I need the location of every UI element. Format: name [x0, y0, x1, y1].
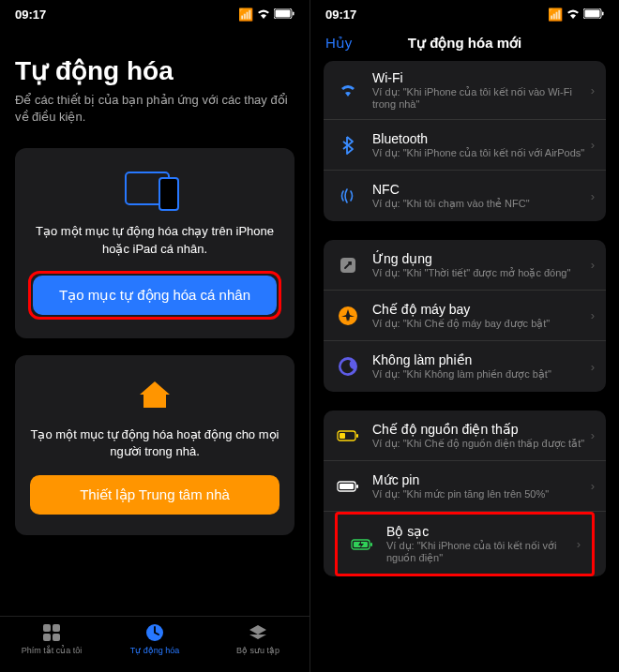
home-automation-card: Tạo một mục tự động hóa hoạt động cho mọ…	[15, 355, 294, 535]
home-icon	[136, 376, 174, 413]
svg-rect-5	[43, 624, 51, 632]
svg-rect-4	[159, 178, 178, 210]
chevron-right-icon: ›	[591, 360, 595, 374]
row-text: Wi-Fi Ví dụ: "Khi iPhone của tôi kết nối…	[372, 70, 585, 110]
row-subtitle: Ví dụ: "Khi Chế độ nguồn điện thấp được …	[372, 438, 585, 450]
status-indicators: 📶	[238, 7, 294, 22]
chevron-right-icon: ›	[577, 537, 581, 551]
chevron-right-icon: ›	[591, 138, 595, 152]
clock-icon	[144, 622, 165, 643]
tab-label: Bộ sưu tập	[236, 646, 279, 655]
nav-bar: Hủy Tự động hóa mới	[310, 25, 619, 61]
settings-section: Ứng dụng Ví dụ: "Khi "Thời tiết" được mở…	[324, 240, 606, 392]
app-icon	[335, 252, 361, 278]
svg-rect-1	[276, 10, 291, 18]
setup-home-hub-button[interactable]: Thiết lập Trung tâm nhà	[30, 475, 279, 515]
nfc-icon	[335, 183, 361, 209]
trigger-row-dnd[interactable]: Không làm phiền Ví dụ: "Khi Không làm ph…	[324, 341, 606, 392]
row-title: Không làm phiền	[372, 352, 585, 367]
svg-rect-20	[340, 484, 354, 489]
trigger-row-lowpower[interactable]: Chế độ nguồn điện thấp Ví dụ: "Khi Chế đ…	[324, 411, 606, 461]
row-text: Bluetooth Ví dụ: "Khi iPhone của tôi kết…	[372, 131, 585, 159]
highlight-box: Tạo mục tự động hóa cá nhân	[28, 271, 281, 320]
row-title: NFC	[372, 182, 585, 197]
charger-icon	[349, 531, 375, 558]
card1-desc: Tạo một mục tự động hóa chạy trên iPhone…	[30, 223, 279, 257]
row-text: Chế độ máy bay Ví dụ: "Khi Chế độ máy ba…	[372, 302, 585, 330]
right-content: Hủy Tự động hóa mới Wi-Fi Ví dụ: "Khi iP…	[310, 25, 619, 669]
trigger-row-battery[interactable]: Mức pin Ví dụ: "Khi mức pin tăng lên trê…	[324, 461, 606, 512]
chevron-right-icon: ›	[591, 189, 595, 203]
create-personal-automation-button[interactable]: Tạo mục tự động hóa cá nhân	[33, 276, 277, 315]
svg-rect-17	[340, 433, 345, 439]
devices-icon	[30, 169, 279, 212]
tab-label: Phím tắt của tôi	[22, 646, 83, 655]
lowpower-icon	[335, 423, 361, 449]
svg-rect-21	[356, 485, 358, 488]
trigger-row-wifi[interactable]: Wi-Fi Ví dụ: "Khi iPhone của tôi kết nối…	[324, 61, 606, 120]
row-title: Wi-Fi	[372, 70, 585, 85]
chevron-right-icon: ›	[591, 428, 595, 442]
row-text: Mức pin Ví dụ: "Khi mức pin tăng lên trê…	[372, 472, 585, 500]
row-text: Chế độ nguồn điện thấp Ví dụ: "Khi Chế đ…	[372, 422, 585, 450]
row-subtitle: Ví dụ: "Khi iPhone của tôi kết nối với n…	[386, 540, 571, 564]
row-text: Bộ sạc Ví dụ: "Khi iPhone của tôi kết nố…	[386, 524, 571, 564]
row-subtitle: Ví dụ: "Khi iPhone của tôi kết nối vào W…	[372, 86, 585, 110]
row-title: Chế độ nguồn điện thấp	[372, 422, 585, 437]
personal-automation-card: Tạo một mục tự động hóa chạy trên iPhone…	[15, 148, 294, 337]
left-screen: 09:17 📶 Tự động hóa Để các thiết bị của …	[0, 0, 310, 672]
page-subtitle: Để các thiết bị của bạn phản ứng với các…	[15, 92, 294, 126]
tab-shortcuts[interactable]: Phím tắt của tôi	[0, 622, 103, 655]
svg-rect-24	[370, 543, 372, 546]
row-text: NFC Ví dụ: "Khi tôi chạm vào thẻ NFC"	[372, 182, 585, 210]
signal-icon: 📶	[548, 7, 563, 22]
row-subtitle: Ví dụ: "Khi Không làm phiền được bật"	[372, 368, 585, 381]
trigger-row-app[interactable]: Ứng dụng Ví dụ: "Khi "Thời tiết" được mở…	[324, 240, 606, 291]
row-subtitle: Ví dụ: "Khi "Thời tiết" được mở hoặc đón…	[372, 267, 585, 279]
wifi-icon	[566, 7, 580, 22]
tab-label: Tự động hóa	[130, 646, 180, 655]
trigger-row-airplane[interactable]: Chế độ máy bay Ví dụ: "Khi Chế độ máy ba…	[324, 291, 606, 341]
chevron-right-icon: ›	[591, 258, 595, 272]
dnd-icon	[335, 353, 361, 380]
wifi-icon	[257, 7, 270, 22]
battery-icon	[274, 7, 294, 22]
row-text: Không làm phiền Ví dụ: "Khi Không làm ph…	[372, 352, 585, 381]
row-title: Ứng dụng	[372, 251, 585, 266]
cancel-button[interactable]: Hủy	[325, 35, 352, 52]
row-subtitle: Ví dụ: "Khi iPhone của tôi kết nối với A…	[372, 147, 585, 159]
tab-automation[interactable]: Tự động hóa	[103, 622, 206, 655]
settings-section: Wi-Fi Ví dụ: "Khi iPhone của tôi kết nối…	[324, 61, 606, 221]
airplane-icon	[335, 303, 361, 329]
trigger-row-bluetooth[interactable]: Bluetooth Ví dụ: "Khi iPhone của tôi kết…	[324, 120, 606, 171]
svg-rect-6	[53, 624, 60, 632]
trigger-row-nfc[interactable]: NFC Ví dụ: "Khi tôi chạm vào thẻ NFC" ›	[324, 171, 606, 221]
battery-icon	[583, 7, 604, 22]
chevron-right-icon: ›	[591, 83, 595, 97]
svg-rect-12	[602, 12, 604, 16]
right-screen: 09:17 📶 Hủy Tự động hóa mới Wi-Fi Ví dụ:…	[310, 0, 619, 672]
main-content: Tự động hóa Để các thiết bị của bạn phản…	[0, 25, 310, 669]
notch	[98, 0, 211, 21]
svg-rect-7	[43, 634, 51, 641]
row-text: Ứng dụng Ví dụ: "Khi "Thời tiết" được mở…	[372, 251, 585, 279]
wifi-icon	[335, 77, 361, 103]
row-subtitle: Ví dụ: "Khi tôi chạm vào thẻ NFC"	[372, 198, 585, 210]
row-subtitle: Ví dụ: "Khi mức pin tăng lên trên 50%"	[372, 488, 585, 500]
svg-rect-11	[585, 10, 600, 18]
row-title: Bộ sạc	[386, 524, 571, 539]
row-subtitle: Ví dụ: "Khi Chế độ máy bay được bật"	[372, 318, 585, 330]
nav-title: Tự động hóa mới	[408, 35, 521, 52]
bluetooth-icon	[335, 132, 361, 158]
trigger-row-charger[interactable]: Bộ sạc Ví dụ: "Khi iPhone của tôi kết nố…	[338, 515, 592, 574]
stack-icon	[248, 622, 268, 643]
row-title: Chế độ máy bay	[372, 302, 585, 317]
tab-gallery[interactable]: Bộ sưu tập	[206, 622, 310, 655]
svg-rect-2	[293, 12, 294, 16]
battery-icon	[335, 473, 361, 500]
notch	[409, 0, 521, 21]
row-title: Mức pin	[372, 472, 585, 487]
tab-bar: Phím tắt của tôi Tự động hóa Bộ sưu tập	[0, 616, 310, 672]
grid-icon	[41, 622, 62, 643]
signal-icon: 📶	[238, 7, 253, 22]
